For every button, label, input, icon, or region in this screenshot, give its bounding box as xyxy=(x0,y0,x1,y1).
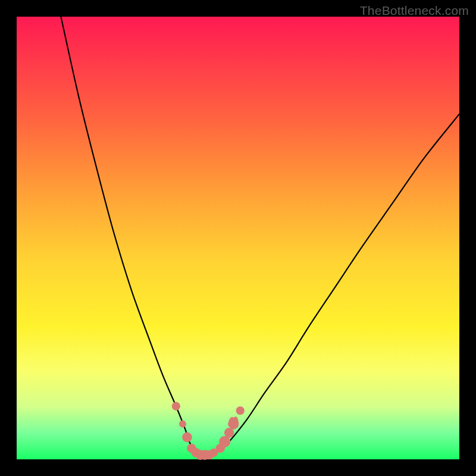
chart-plot-area xyxy=(17,17,459,459)
chart-svg xyxy=(17,17,459,459)
data-marker xyxy=(182,432,192,442)
data-marker xyxy=(179,421,186,428)
watermark-text: TheBottleneck.com xyxy=(360,4,469,18)
data-marker xyxy=(172,402,180,411)
data-marker xyxy=(236,406,245,415)
data-marker-flame xyxy=(228,416,239,430)
data-marker xyxy=(224,428,234,438)
bottleneck-curve xyxy=(61,17,459,455)
data-markers-group xyxy=(172,402,245,460)
